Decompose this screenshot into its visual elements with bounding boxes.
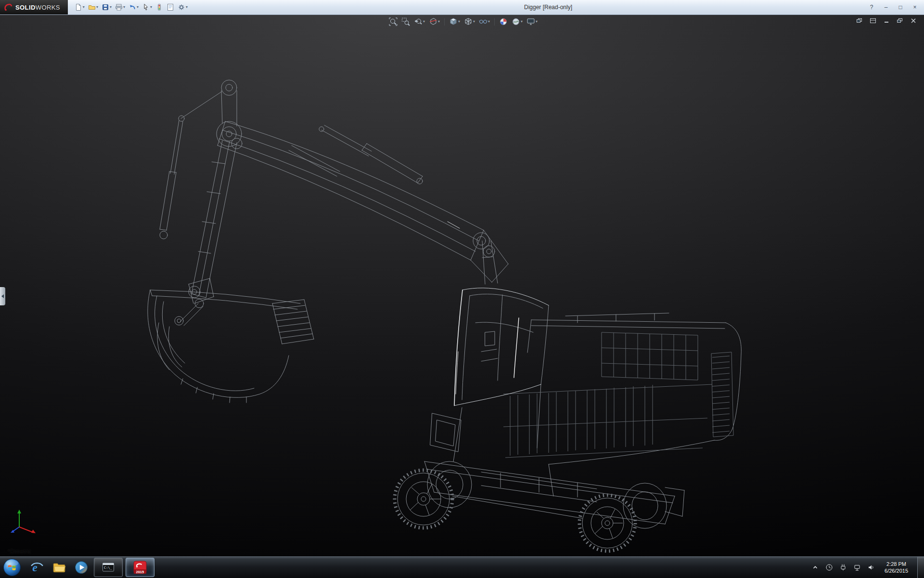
show-desktop-button[interactable]	[917, 557, 924, 578]
zoom-to-fit-icon	[389, 17, 398, 26]
hide-show-items-icon	[479, 17, 488, 26]
command-prompt-icon: C:\_	[102, 561, 115, 574]
zoom-to-fit-button[interactable]	[388, 16, 398, 27]
document-window-controls	[855, 17, 918, 24]
tile-windows-icon	[870, 18, 876, 23]
section-view-button[interactable]: ▾	[428, 16, 441, 27]
svg-text:C:\_: C:\_	[104, 566, 113, 570]
start-button[interactable]	[2, 557, 22, 578]
feature-panel-expand-tab[interactable]	[0, 287, 5, 305]
new-document-icon	[75, 3, 82, 11]
section-view-icon	[429, 17, 437, 26]
save-button[interactable]: ▾	[101, 1, 113, 13]
window-title: Digger [Read-only]	[524, 0, 572, 14]
caption-buttons: ? – □ ×	[866, 0, 920, 14]
windows-explorer-button[interactable]	[48, 558, 70, 577]
internet-explorer-button[interactable]: e	[26, 558, 48, 577]
file-properties-icon	[167, 3, 174, 11]
media-player-button[interactable]	[70, 558, 92, 577]
dropdown-caret: ▾	[110, 5, 112, 9]
graphics-viewport[interactable]: ▾ ▾ ▾ ▾ ▾	[0, 14, 924, 557]
close-button[interactable]: ×	[910, 3, 920, 12]
network-icon	[853, 564, 861, 571]
apply-scene-button[interactable]: ▾	[511, 16, 524, 27]
system-tray: 2:28 PM 6/26/2015	[811, 557, 924, 578]
chevron-up-icon	[812, 564, 819, 571]
dropdown-caret: ▾	[473, 20, 475, 24]
restore-document-button[interactable]	[895, 17, 905, 24]
view-settings-icon	[526, 17, 535, 26]
options-button[interactable]: ▾	[177, 1, 189, 13]
dropdown-caret: ▾	[521, 20, 523, 24]
undo-button[interactable]: ▾	[128, 1, 140, 13]
minimize-document-button[interactable]	[882, 17, 891, 24]
dropdown-caret: ▾	[438, 20, 440, 24]
edit-appearance-button[interactable]	[498, 16, 509, 27]
hide-show-items-button[interactable]: ▾	[478, 16, 491, 27]
headsup-view-toolbar: ▾ ▾ ▾ ▾ ▾	[388, 16, 539, 27]
taskbar: e	[0, 556, 924, 578]
previous-view-button[interactable]: ▾	[413, 16, 426, 27]
tray-network-button[interactable]	[853, 563, 861, 572]
zoom-to-area-icon	[401, 17, 410, 26]
dropdown-caret: ▾	[488, 20, 490, 24]
open-button[interactable]: ▾	[87, 1, 99, 13]
command-prompt-window-button[interactable]: C:\_	[94, 558, 123, 577]
view-orientation-button[interactable]: ▾	[448, 16, 461, 27]
maximize-button[interactable]: □	[895, 3, 906, 12]
display-style-icon	[464, 17, 473, 26]
tile-windows-button[interactable]	[868, 17, 878, 24]
rebuild-button[interactable]	[154, 1, 164, 13]
view-orientation-label: *Dimetric	[8, 548, 31, 555]
clock-icon	[825, 564, 833, 571]
previous-view-icon	[414, 17, 423, 26]
print-button[interactable]: ▾	[114, 1, 126, 13]
tray-power-button[interactable]	[839, 563, 847, 572]
main-toolbar: ▾ ▾ ▾ ▾ ▾ ▾	[74, 1, 189, 13]
zoom-to-area-button[interactable]	[400, 16, 411, 27]
clock-time: 2:28 PM	[886, 561, 906, 567]
open-icon	[88, 3, 96, 11]
options-icon	[178, 3, 185, 11]
dropdown-caret: ▾	[536, 20, 538, 24]
solidworks-2015-icon: 2015	[133, 561, 147, 574]
folder-icon	[52, 561, 66, 574]
solidworks-logo: SOLIDWORKS	[0, 0, 68, 14]
windows-start-icon	[2, 558, 22, 577]
dropdown-caret: ▾	[186, 5, 188, 9]
cascade-windows-button[interactable]	[855, 17, 864, 24]
view-settings-button[interactable]: ▾	[526, 16, 539, 27]
rebuild-icon	[155, 3, 163, 11]
toolbar-separator	[494, 18, 495, 26]
digger-wireframe-model	[0, 14, 924, 557]
file-properties-button[interactable]	[166, 1, 175, 13]
brand-name: SOLIDWORKS	[15, 4, 60, 11]
undo-icon	[128, 3, 136, 11]
solidworks-window: SOLIDWORKS ▾ ▾ ▾ ▾ ▾	[0, 0, 924, 578]
internet-explorer-icon: e	[30, 561, 44, 574]
power-plug-icon	[839, 564, 847, 571]
close-document-icon	[911, 18, 916, 23]
dropdown-caret: ▾	[83, 5, 85, 9]
close-document-button[interactable]	[909, 17, 918, 24]
titlebar: SOLIDWORKS ▾ ▾ ▾ ▾ ▾	[0, 0, 924, 15]
select-button[interactable]: ▾	[141, 1, 153, 13]
minimize-button[interactable]: –	[881, 3, 891, 12]
taskbar-clock[interactable]: 2:28 PM 6/26/2015	[885, 561, 908, 574]
solidworks-logo-icon	[4, 3, 13, 12]
tray-clock-button[interactable]	[825, 563, 834, 572]
dropdown-caret: ▾	[96, 5, 98, 9]
dropdown-caret: ▾	[150, 5, 152, 9]
cascade-windows-icon	[857, 18, 862, 23]
new-document-button[interactable]: ▾	[74, 1, 86, 13]
show-hidden-icons-button[interactable]	[811, 563, 820, 572]
chevron-left-icon	[1, 294, 4, 298]
solidworks-2015-window-button[interactable]: 2015	[126, 558, 154, 577]
select-icon	[142, 3, 150, 11]
restore-document-icon	[897, 18, 903, 23]
help-button[interactable]: ?	[866, 3, 877, 12]
media-player-icon	[75, 561, 88, 574]
print-icon	[115, 3, 123, 11]
display-style-button[interactable]: ▾	[463, 16, 476, 27]
tray-volume-button[interactable]	[867, 563, 875, 572]
